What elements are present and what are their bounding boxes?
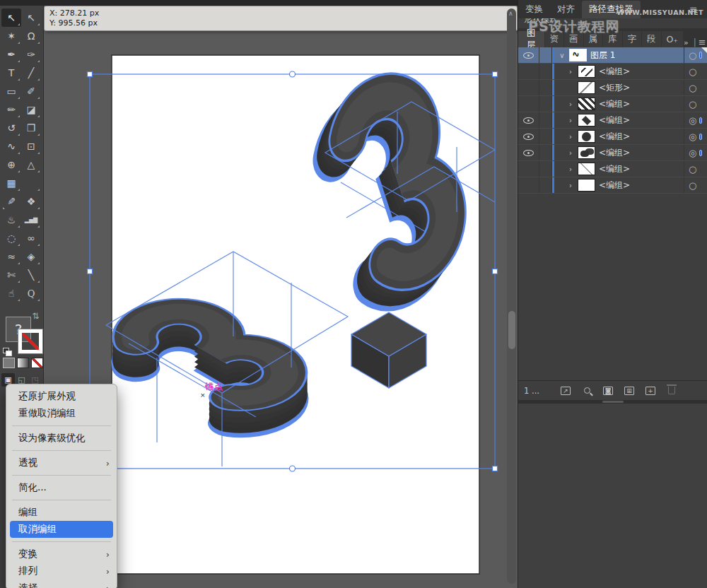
type-tool-icon[interactable]: T [1, 64, 21, 82]
layer-row[interactable]: › <编组> ◎ [518, 129, 707, 145]
target-circle-icon[interactable]: ○ [689, 83, 696, 93]
visibility-toggle[interactable] [518, 80, 539, 95]
lock-toggle[interactable] [539, 145, 552, 160]
expand-chevron-icon[interactable]: › [565, 133, 576, 141]
layer-thumbnail[interactable] [578, 163, 595, 175]
target-circle-icon[interactable]: ◎ [689, 115, 696, 126]
layer-name[interactable]: 图层 1 [590, 49, 684, 61]
lock-toggle[interactable] [539, 64, 552, 79]
zoom-tool-icon[interactable]: Q [21, 284, 41, 302]
symbols-tool-icon[interactable]: ◈ [21, 247, 41, 266]
panel-tab[interactable]: O₊ [662, 31, 683, 47]
rotate-view-tool-icon[interactable]: ∞ [21, 229, 41, 247]
layer-name[interactable]: <编组> [599, 163, 684, 175]
lock-toggle[interactable] [539, 80, 552, 95]
blend-tool-icon[interactable]: ❖ [21, 192, 41, 211]
curvature-tool-icon[interactable]: ✑ [21, 45, 41, 64]
free-transform-tool-icon[interactable]: ⊡ [21, 137, 41, 155]
visibility-toggle[interactable] [518, 112, 539, 128]
layer-row[interactable]: ∨ 图层 1 ○ [518, 47, 707, 64]
gradient-tool-icon[interactable] [21, 174, 41, 192]
mesh-tool-icon[interactable]: ▦ [1, 174, 21, 192]
perspective-grid-tool-icon[interactable]: △ [21, 155, 41, 174]
shaper-tool-icon[interactable]: ✏ [1, 100, 21, 119]
menu-item[interactable]: 排列 › [6, 563, 117, 580]
rotate-tool-icon[interactable]: ↺ [1, 119, 21, 137]
eraser-tool-icon[interactable]: ◪ [21, 100, 41, 119]
lock-toggle[interactable] [539, 177, 552, 193]
layer-name[interactable]: <编组> [599, 98, 684, 110]
menu-item[interactable]: 选择 › [6, 580, 117, 588]
layers-panel-menu-icon[interactable]: ≡ [699, 37, 707, 47]
selection-indicator[interactable] [699, 117, 702, 124]
layer-name[interactable]: <编组> [599, 66, 684, 78]
delete-layer-icon[interactable] [661, 387, 682, 394]
menu-item[interactable] [12, 450, 111, 451]
scrollbar-thumb[interactable] [508, 311, 515, 349]
menu-item[interactable]: 编组 [6, 504, 117, 521]
default-fill-stroke-icon[interactable] [3, 348, 13, 357]
layer-thumbnail[interactable] [578, 146, 595, 159]
eyedropper-tool-icon[interactable]: ✎ [1, 192, 21, 211]
panel-tab[interactable]: 字 [623, 31, 642, 47]
vertical-scrollbar[interactable]: ∧ [507, 8, 516, 584]
knife-tool-icon[interactable]: ╲ [21, 266, 41, 284]
target-circle-icon[interactable]: ◎ [689, 131, 696, 142]
shape-builder-tool-icon[interactable]: ⊕ [1, 155, 21, 174]
layer-name[interactable]: <编组> [599, 131, 684, 143]
menu-item[interactable]: 还原扩展外观 [6, 388, 117, 405]
visibility-toggle[interactable] [518, 161, 539, 177]
lasso-tool-icon[interactable]: Ω [21, 27, 41, 45]
direct-selection-tool-icon[interactable]: ↖ [21, 8, 41, 27]
rectangle-tool-icon[interactable]: ▭ [1, 82, 21, 100]
more-panels-icon[interactable]: » [684, 38, 691, 47]
lock-toggle[interactable] [539, 129, 552, 144]
pencil-tool-icon[interactable]: ≈ [1, 247, 21, 266]
line-segment-tool-icon[interactable]: ╱ [21, 64, 41, 82]
target-circle-icon[interactable]: ○ [689, 164, 696, 175]
visibility-toggle[interactable] [518, 177, 539, 193]
expand-chevron-icon[interactable]: › [565, 165, 576, 173]
menu-item[interactable]: 取消编组 [10, 521, 113, 538]
layer-name[interactable]: <编组> [599, 180, 684, 192]
selection-indicator[interactable] [699, 150, 702, 156]
panel-corner-notch[interactable] [701, 47, 707, 54]
scroll-up-icon[interactable]: ∧ [508, 10, 513, 17]
slice-tool-icon[interactable]: ✄ [1, 266, 21, 284]
layer-row[interactable]: › <编组> ◎ [518, 112, 707, 129]
layer-row[interactable]: › <编组> ◎ [518, 145, 707, 161]
symbol-sprayer-tool-icon[interactable]: ♨ [1, 211, 21, 229]
visibility-toggle[interactable] [518, 96, 539, 112]
expand-chevron-icon[interactable]: › [565, 117, 576, 124]
target-circle-icon[interactable]: ○ [689, 180, 696, 191]
layer-name[interactable]: <矩形> [599, 82, 684, 94]
menu-item[interactable]: 重做取消编组 [6, 405, 117, 422]
menu-item[interactable] [12, 500, 111, 500]
layer-thumbnail[interactable] [578, 98, 595, 110]
magic-wand-tool-icon[interactable]: ✶ [1, 27, 21, 45]
layer-thumbnail[interactable] [578, 65, 595, 78]
column-graph-tool-icon[interactable]: ▂▅▇ [21, 211, 41, 229]
make-clipping-mask-icon[interactable]: ◙ [597, 387, 619, 395]
new-layer-icon[interactable]: + [640, 387, 661, 395]
panel-tab[interactable]: 对齐 [550, 1, 582, 18]
layer-thumbnail[interactable] [578, 114, 595, 127]
menu-item[interactable] [12, 475, 111, 476]
selection-indicator[interactable] [699, 134, 702, 140]
lock-toggle[interactable] [539, 96, 552, 112]
selection-tool-icon[interactable]: ↖ [1, 8, 21, 27]
layer-name[interactable]: <编组> [599, 147, 684, 159]
layer-thumbnail[interactable] [578, 81, 595, 94]
locate-object-icon[interactable] [576, 387, 597, 394]
paintbrush-tool-icon[interactable]: ✐ [21, 82, 41, 100]
stroke-swatch-none[interactable] [18, 329, 42, 353]
target-circle-icon[interactable]: ◎ [689, 148, 696, 158]
menu-item[interactable]: 设为像素级优化 [6, 430, 117, 447]
visibility-toggle[interactable] [518, 47, 539, 63]
expand-chevron-icon[interactable]: › [565, 182, 576, 189]
panel-tab[interactable]: 变换 [518, 1, 550, 18]
target-circle-icon[interactable]: ○ [689, 66, 696, 77]
pen-tool-icon[interactable]: ✒ [1, 45, 21, 64]
layer-row[interactable]: <矩形> ○ [518, 80, 707, 96]
layer-row[interactable]: › <编组> ○ [518, 161, 707, 177]
